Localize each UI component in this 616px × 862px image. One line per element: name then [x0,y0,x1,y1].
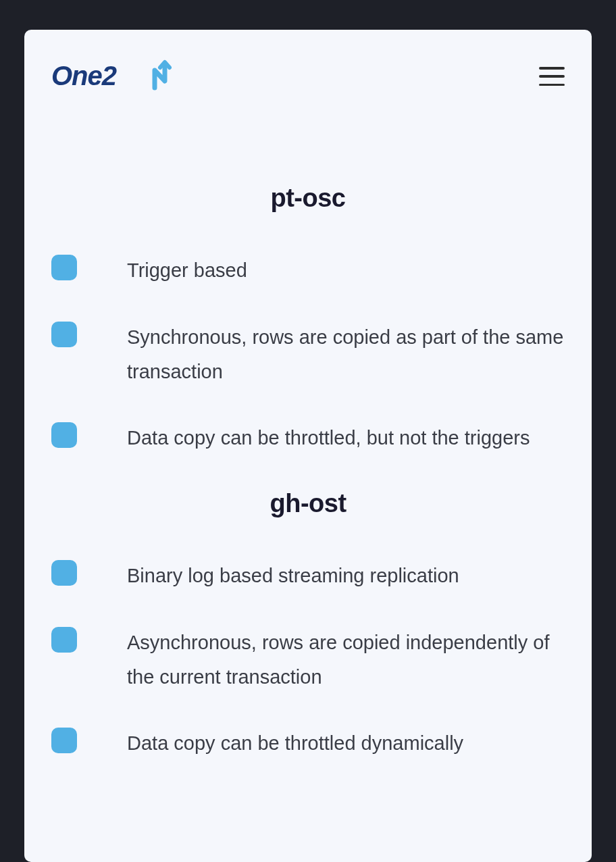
list-item: Synchronous, rows are copied as part of … [51,320,565,389]
item-text: Binary log based streaming replication [127,559,459,593]
bullet-icon [51,255,77,280]
header: One2 [51,57,565,96]
hamburger-icon [539,75,565,78]
hamburger-icon [539,67,565,70]
item-text: Trigger based [127,253,247,288]
item-text: Asynchronous, rows are copied independen… [127,626,565,694]
feature-list: Binary log based streaming replication A… [51,559,565,761]
list-item: Binary log based streaming replication [51,559,565,593]
svg-text:One2: One2 [51,61,117,91]
feature-list: Trigger based Synchronous, rows are copi… [51,253,565,455]
content-card: One2 pt-osc Trigger based Synchronous, r… [24,30,592,862]
section-heading: pt-osc [51,184,565,213]
menu-button[interactable] [539,67,565,86]
list-item: Trigger based [51,253,565,288]
hamburger-icon [539,84,565,86]
bullet-icon [51,422,77,448]
list-item: Data copy can be throttled dynamically [51,726,565,761]
list-item: Data copy can be throttled, but not the … [51,421,565,455]
brand-logo[interactable]: One2 [51,57,185,96]
bullet-icon [51,728,77,753]
bullet-icon [51,627,77,653]
list-item: Asynchronous, rows are copied independen… [51,626,565,694]
one2n-logo-icon: One2 [51,57,185,96]
item-text: Data copy can be throttled dynamically [127,726,463,761]
bullet-icon [51,560,77,586]
item-text: Data copy can be throttled, but not the … [127,421,530,455]
section-heading: gh-ost [51,489,565,518]
item-text: Synchronous, rows are copied as part of … [127,320,565,389]
bullet-icon [51,322,77,347]
